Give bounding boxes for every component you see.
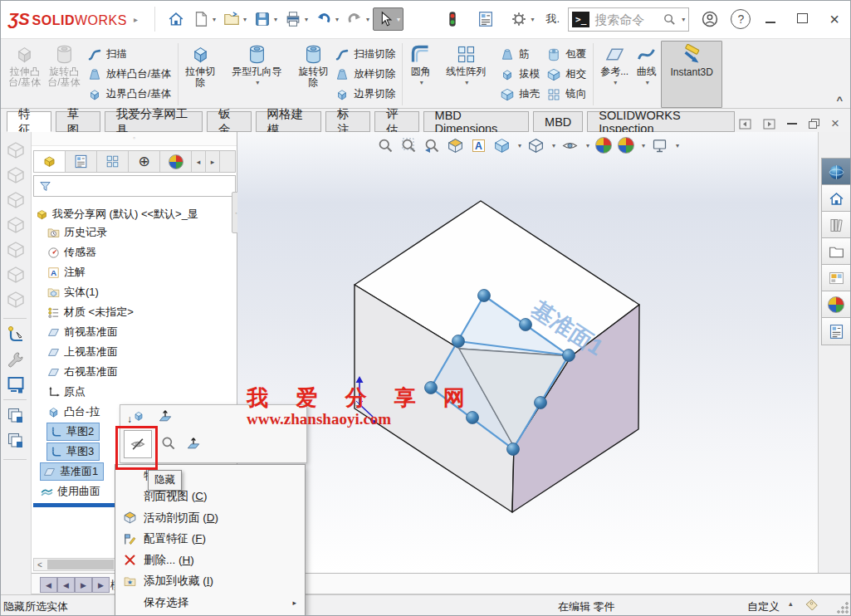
menu-item-delete[interactable]: 删除... (H) <box>115 550 305 571</box>
rib-button[interactable]: 筋 <box>500 45 540 64</box>
first-tab-button[interactable]: ◀ <box>40 577 57 593</box>
menu-item-section-view[interactable]: 剖面视图 (C) <box>115 486 305 508</box>
paste-appearance-icon[interactable] <box>6 431 26 451</box>
draft-button[interactable]: 拔模 <box>500 65 540 84</box>
mirror-button[interactable]: 镜向 <box>546 85 586 104</box>
reference-geometry-button[interactable]: 参考... ▾ <box>597 41 632 108</box>
flip-plane-button[interactable] <box>157 408 174 427</box>
tree-item-origin[interactable]: 原点 <box>46 382 235 402</box>
save-button[interactable]: ▾ <box>250 7 281 31</box>
tab-sw-inspection[interactable]: SOLIDWORKS Inspection <box>587 111 735 132</box>
scroll-left-arrow[interactable]: < <box>34 560 46 570</box>
curves-button[interactable]: 曲线 ▾ <box>632 41 661 108</box>
menu-item-live-section-plane[interactable]: 活动剖切面 (D) <box>115 507 305 529</box>
next-tab-button[interactable]: ▶ <box>75 577 92 593</box>
edit-feature-wrench-icon[interactable] <box>6 350 26 369</box>
revolved-boss-button[interactable]: 旋转凸台/基体 <box>44 41 83 108</box>
tab-evaluate[interactable]: 评估 <box>374 111 419 132</box>
dropdown-icon[interactable]: ▾ <box>335 16 339 23</box>
account-button[interactable] <box>697 7 722 31</box>
doc-close-icon[interactable]: × <box>831 115 839 132</box>
undo-button[interactable]: ▾ <box>311 7 342 31</box>
menu-item-configure-feature[interactable]: 配置特征 (F) <box>115 529 305 550</box>
revolved-cut-button[interactable]: 旋转切除 <box>295 41 331 108</box>
fillet-button[interactable]: 圆角 ▾ <box>406 41 435 108</box>
search-input[interactable] <box>593 12 659 27</box>
tab-mesh-modeling[interactable]: 网格建模 <box>256 111 322 132</box>
customize-arrow-icon[interactable]: ▴ <box>789 599 793 608</box>
next-window-icon[interactable] <box>763 119 775 130</box>
dropdown-icon[interactable]: ▾ <box>614 77 617 88</box>
home-tab[interactable] <box>821 184 851 213</box>
options-gear-button[interactable]: ▾ <box>506 7 537 31</box>
tree-filter-field[interactable] <box>33 175 236 197</box>
ribbon-collapse-icon[interactable]: ^ <box>836 94 843 106</box>
dimxpert-manager-tab[interactable]: ⊕ <box>129 151 160 172</box>
tree-item-top-plane[interactable]: 上视基准面 <box>46 342 235 362</box>
tab-share-tools[interactable]: 我爱分享网工具 <box>105 111 203 132</box>
tab-mbd-dimensions[interactable]: MBD Dimensions <box>423 111 530 132</box>
tree-item-right-plane[interactable]: 右视基准面 <box>46 362 235 382</box>
print-button[interactable]: ▾ <box>281 7 311 31</box>
panel-tab-scroll-left[interactable]: ◂ <box>192 151 206 172</box>
tab-annotations[interactable]: 标注 <box>325 111 370 132</box>
linear-pattern-button[interactable]: 线性阵列 ▾ <box>435 41 496 108</box>
help-button[interactable]: ? <box>731 9 751 29</box>
menu-item-save-selection[interactable]: 保存选择 ▸ <box>115 592 305 614</box>
view-palette-tab[interactable] <box>821 264 851 292</box>
swept-cut-button[interactable]: 扫描切除 <box>335 45 395 64</box>
tree-item-sensors[interactable]: 传感器 <box>46 242 235 262</box>
view-cube-icon-2[interactable] <box>6 165 26 185</box>
panel-drag-handle[interactable]: ◦ <box>32 132 237 146</box>
tree-root-part[interactable]: 我爱分享网 (默认) <<默认>_显 <box>35 204 235 224</box>
shell-button[interactable]: 抽壳 <box>500 85 540 104</box>
tree-item-annotations[interactable]: ▸ 注解 <box>46 262 235 282</box>
file-explorer-tab[interactable] <box>821 237 851 266</box>
tab-sheet-metal[interactable]: 钣金 <box>207 111 252 132</box>
resize-grip[interactable] <box>837 602 849 614</box>
close-button[interactable]: × <box>823 8 846 31</box>
tree-item-front-plane[interactable]: 前视基准面 <box>46 322 235 342</box>
doc-minimize-icon[interactable] <box>787 123 797 125</box>
dropdown-icon[interactable]: ▾ <box>274 16 277 23</box>
show-plane-button[interactable] <box>185 435 202 454</box>
new-sketch-icon[interactable] <box>6 325 26 345</box>
maximize-button[interactable] <box>790 10 814 28</box>
copy-appearance-icon[interactable] <box>6 406 26 426</box>
home-button[interactable] <box>164 7 188 31</box>
dropdown-icon[interactable]: ▾ <box>243 16 247 23</box>
intersect-button[interactable]: 相交 <box>546 65 586 84</box>
view-cube-icon-3[interactable] <box>6 190 26 210</box>
zoom-to-selection-button[interactable] <box>160 435 177 454</box>
view-cube-icon-7[interactable] <box>6 290 26 310</box>
boundary-boss-button[interactable]: 边界凸台/基体 <box>87 85 171 104</box>
tree-item-solid-bodies[interactable]: ▸ 实体(1) <box>46 282 235 302</box>
dropdown-icon[interactable]: ▾ <box>397 16 400 23</box>
menu-expand-icon[interactable]: ▸ <box>134 15 138 24</box>
sw-resources-tab[interactable] <box>821 158 851 186</box>
dropdown-icon[interactable]: ▾ <box>420 77 423 88</box>
instant3d-toggle[interactable]: Instant3D <box>661 41 722 108</box>
customize-status-button[interactable]: 自定义 <box>747 599 780 614</box>
extruded-boss-button[interactable]: 拉伸凸台/基体 <box>5 41 44 108</box>
normal-to-button[interactable]: ↓ <box>127 409 145 425</box>
hole-wizard-button[interactable]: 异型孔向导 ▾ <box>218 41 295 108</box>
prev-window-icon[interactable] <box>739 119 751 130</box>
boundary-cut-button[interactable]: 边界切除 <box>335 85 395 104</box>
view-cube-icon-6[interactable] <box>6 265 26 285</box>
menu-item-add-to-favorites[interactable]: 添加到收藏 (I) <box>115 571 305 593</box>
tag-icon[interactable] <box>804 598 819 614</box>
last-tab-button[interactable]: ▶ <box>92 577 110 593</box>
rebuild-traffic-light-button[interactable] <box>440 7 465 31</box>
property-manager-button[interactable] <box>473 7 498 31</box>
dropdown-icon[interactable]: ▾ <box>465 77 468 88</box>
tab-sketch[interactable]: 草图 <box>56 111 100 132</box>
tree-item-material[interactable]: 材质 <未指定> <box>46 302 235 322</box>
minimize-button[interactable] <box>759 10 782 28</box>
dropdown-icon[interactable]: ▾ <box>256 77 259 88</box>
appearances-tab[interactable] <box>821 291 851 319</box>
view-cube-icon-4[interactable] <box>6 215 26 235</box>
dropdown-icon[interactable]: ▾ <box>366 16 369 23</box>
lofted-cut-button[interactable]: 放样切除 <box>335 65 395 84</box>
lofted-boss-button[interactable]: 放样凸台/基体 <box>87 65 171 84</box>
